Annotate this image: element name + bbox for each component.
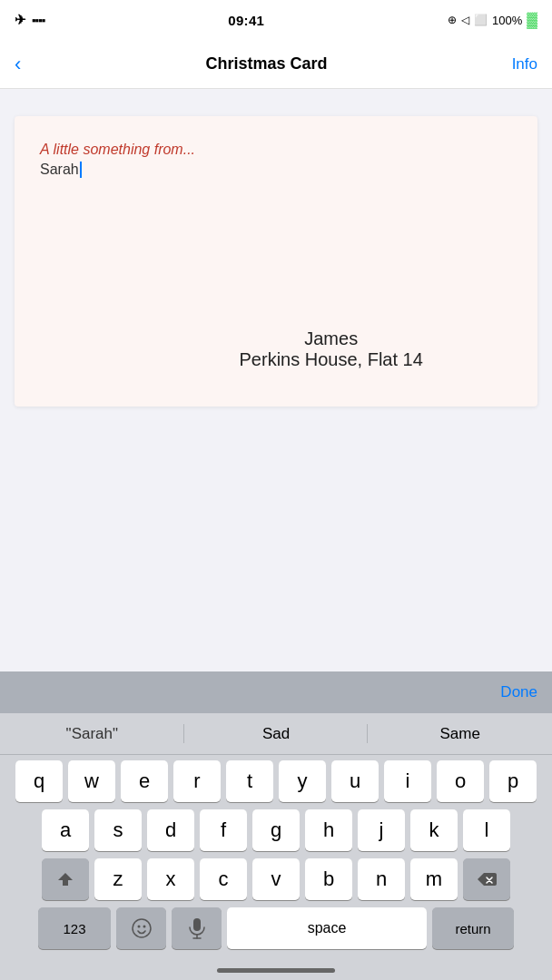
status-right: ⊕ ◁ ⬜ 100% ▓ <box>448 12 537 28</box>
key-m[interactable]: m <box>410 858 458 900</box>
key-o[interactable]: o <box>437 760 484 802</box>
keyboard-rows: q w e r t y u i o p a s d f g h j k l <box>0 755 552 960</box>
done-button[interactable]: Done <box>500 683 537 701</box>
nav-bar: ‹ Christmas Card Info <box>0 40 552 89</box>
key-c[interactable]: c <box>200 858 247 900</box>
key-v[interactable]: v <box>252 858 300 900</box>
svg-point-0 <box>133 919 151 937</box>
info-button[interactable]: Info <box>512 55 537 74</box>
key-k[interactable]: k <box>410 809 458 851</box>
keyboard-area: Done "Sarah" Sad Same q w e r t y u i o … <box>0 671 552 980</box>
key-a[interactable]: a <box>42 809 89 851</box>
back-button[interactable]: ‹ <box>15 53 21 76</box>
key-l[interactable]: l <box>463 809 510 851</box>
location-icon: ⊕ <box>448 14 457 26</box>
card-recipient: James Perkins House, Flat 14 <box>240 328 423 370</box>
status-bar: ✈ ▪▪▪▪ 09:41 ⊕ ◁ ⬜ 100% ▓ <box>0 0 552 40</box>
home-bar <box>217 968 335 973</box>
autocomplete-item-0[interactable]: "Sarah" <box>0 718 184 750</box>
key-row-4: 123 space return <box>3 907 549 949</box>
space-key[interactable]: space <box>227 907 427 949</box>
mirror-icon: ⬜ <box>474 14 488 26</box>
svg-rect-3 <box>193 918 201 931</box>
emoji-key[interactable] <box>116 907 166 949</box>
key-t[interactable]: t <box>226 760 273 802</box>
return-key[interactable]: return <box>432 907 514 949</box>
home-indicator <box>0 960 552 980</box>
content-area: A little something from... Sarah James P… <box>0 89 552 543</box>
key-s[interactable]: s <box>94 809 142 851</box>
card-from-line: A little something from... <box>40 142 512 158</box>
autocomplete-item-2[interactable]: Same <box>368 718 552 750</box>
key-u[interactable]: u <box>331 760 379 802</box>
key-g[interactable]: g <box>252 809 300 851</box>
done-bar: Done <box>0 671 552 713</box>
card-sender-name: Sarah <box>40 162 512 178</box>
key-n[interactable]: n <box>358 858 405 900</box>
svg-point-1 <box>137 926 140 928</box>
key-f[interactable]: f <box>200 809 247 851</box>
key-j[interactable]: j <box>358 809 405 851</box>
back-arrow-icon: ‹ <box>15 53 21 76</box>
key-y[interactable]: y <box>279 760 326 802</box>
key-e[interactable]: e <box>121 760 168 802</box>
key-q[interactable]: q <box>15 760 63 802</box>
svg-point-2 <box>143 926 145 928</box>
battery-text: 100% <box>492 14 522 27</box>
key-row-2: a s d f g h j k l <box>3 809 549 851</box>
key-row-3: z x c v b n m <box>3 858 549 900</box>
status-left: ✈ ▪▪▪▪ <box>15 12 44 28</box>
status-time: 09:41 <box>228 13 264 28</box>
autocomplete-bar: "Sarah" Sad Same <box>0 713 552 755</box>
gps-icon: ◁ <box>461 14 469 26</box>
autocomplete-item-1[interactable]: Sad <box>184 718 369 750</box>
page-title: Christmas Card <box>205 54 327 74</box>
recipient-address: Perkins House, Flat 14 <box>240 349 423 370</box>
key-row-1: q w e r t y u i o p <box>3 760 549 802</box>
key-z[interactable]: z <box>94 858 142 900</box>
key-r[interactable]: r <box>173 760 221 802</box>
key-h[interactable]: h <box>305 809 352 851</box>
key-i[interactable]: i <box>384 760 431 802</box>
text-cursor <box>80 162 82 178</box>
numbers-key[interactable]: 123 <box>38 907 111 949</box>
key-d[interactable]: d <box>147 809 194 851</box>
signal-icon: ▪▪▪▪ <box>32 14 44 27</box>
microphone-key[interactable] <box>172 907 222 949</box>
airplane-icon: ✈ <box>15 12 26 28</box>
key-w[interactable]: w <box>68 760 115 802</box>
recipient-name: James <box>240 328 423 349</box>
battery-icon: ▓ <box>527 12 537 28</box>
shift-key[interactable] <box>42 858 89 900</box>
delete-key[interactable] <box>463 858 510 900</box>
key-b[interactable]: b <box>305 858 352 900</box>
key-x[interactable]: x <box>147 858 194 900</box>
christmas-card: A little something from... Sarah James P… <box>15 116 537 407</box>
key-p[interactable]: p <box>489 760 537 802</box>
